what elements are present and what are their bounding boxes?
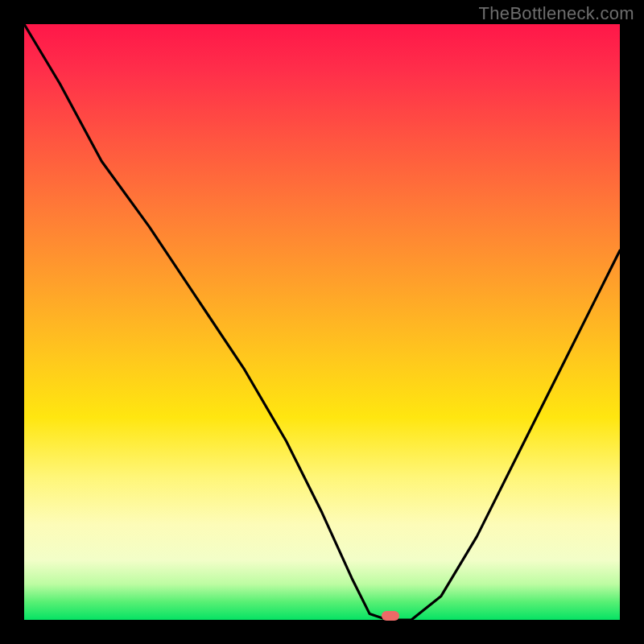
chart-root: TheBottleneck.com [0, 0, 644, 644]
bottleneck-curve [0, 0, 644, 644]
optimum-marker [382, 611, 399, 621]
watermark-text: TheBottleneck.com [479, 3, 634, 24]
